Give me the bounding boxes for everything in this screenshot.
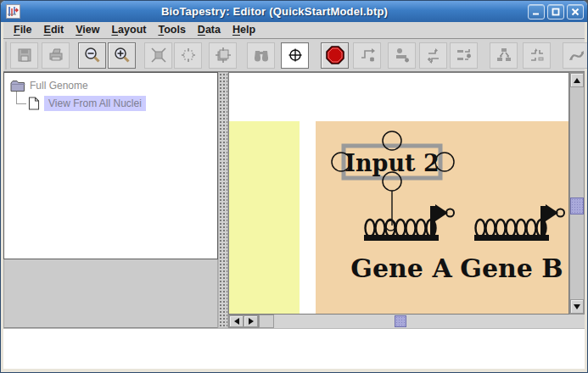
menu-view[interactable]: View	[71, 23, 107, 37]
menu-help[interactable]: Help	[228, 23, 263, 37]
minimize-button[interactable]	[528, 4, 545, 19]
pull-arrows-icon	[529, 47, 546, 64]
crosshair-icon	[287, 47, 304, 64]
add-network-module-button[interactable]	[450, 42, 478, 69]
center-on-crosshair-button[interactable]	[281, 42, 309, 69]
vertical-scroll-thumb[interactable]	[570, 198, 584, 214]
zoom-in-button[interactable]	[108, 42, 136, 69]
scroll-up-button[interactable]	[570, 73, 584, 87]
menu-bar: File Edit View Layout Tools Data Help	[3, 22, 585, 39]
model-tree: Full Genome View From All Nuclei	[3, 72, 218, 259]
binoculars-icon	[252, 47, 271, 64]
expand-arrows-icon	[180, 47, 197, 64]
node-asterisk-icon	[394, 47, 411, 64]
network-drawing: Input 2	[229, 73, 569, 315]
network-viewport[interactable]: Input 2	[228, 72, 569, 315]
maximize-button[interactable]	[547, 4, 564, 19]
menu-data[interactable]: Data	[193, 23, 228, 37]
tree-item-label: Full Genome	[30, 80, 88, 92]
vertical-scrollbar[interactable]	[569, 72, 585, 315]
stop-button[interactable]	[321, 42, 349, 69]
horizontal-scrollbar[interactable]	[228, 315, 259, 328]
scroll-down-button[interactable]	[570, 299, 584, 314]
tree-arrows-icon	[496, 47, 512, 64]
close-button[interactable]	[567, 4, 584, 19]
menu-layout[interactable]: Layout	[107, 23, 154, 37]
save-button[interactable]	[10, 42, 38, 69]
propagate-down-button[interactable]	[490, 42, 518, 69]
window-title: BioTapestry: Editor (QuickStartModel.btp…	[24, 5, 525, 18]
menu-tools[interactable]: Tools	[154, 23, 193, 37]
folder-icon	[10, 80, 25, 92]
tree-item-view-from-all-nuclei[interactable]: View From All Nuclei	[28, 95, 146, 112]
network-canvas-area: Input 2	[228, 72, 585, 328]
app-window: BioTapestry: Editor (QuickStartModel.btp…	[0, 0, 588, 373]
panel-splitter[interactable]	[218, 72, 228, 328]
zoom-to-current-model-button[interactable]	[144, 42, 172, 69]
draw-custom-link-button[interactable]	[563, 42, 588, 69]
shrink-arrows-icon	[150, 47, 167, 64]
printer-icon	[48, 47, 64, 64]
tree-item-full-genome[interactable]: Full Genome	[10, 77, 88, 94]
zoom-to-current-selection-button[interactable]	[209, 42, 237, 69]
document-icon	[28, 97, 40, 110]
main-content: Full Genome View From All Nuclei	[3, 72, 585, 328]
left-arrow-icon	[234, 318, 239, 325]
bent-arrow-asterisk-icon	[359, 47, 376, 64]
model-tree-panel: Full Genome View From All Nuclei	[3, 72, 218, 328]
tree-panel-lower-area	[3, 259, 218, 328]
toolbar	[3, 39, 585, 72]
scroll-left-button[interactable]	[229, 315, 244, 327]
title-bar[interactable]: BioTapestry: Editor (QuickStartModel.btp…	[1, 1, 587, 22]
window-body: File Edit View Layout Tools Data Help	[1, 22, 587, 372]
input2-label: Input 2	[344, 150, 439, 176]
pull-into-submodel-button[interactable]	[523, 42, 551, 69]
add-link-button[interactable]	[353, 42, 381, 69]
bottom-empty-area	[3, 328, 585, 369]
add-gene-button[interactable]	[419, 42, 447, 69]
biotapestry-app-icon	[6, 4, 20, 19]
stop-sign-icon	[325, 45, 345, 65]
print-button[interactable]	[42, 42, 70, 69]
zoom-in-icon	[113, 46, 132, 64]
menu-edit[interactable]: Edit	[40, 23, 72, 37]
right-arrow-icon	[249, 318, 254, 325]
add-node-button[interactable]	[388, 42, 416, 69]
scrollbar-corner	[259, 315, 274, 328]
zoom-out-icon	[83, 46, 102, 64]
scroll-right-button[interactable]	[244, 315, 258, 327]
layered-pages-icon	[215, 47, 232, 64]
squiggle-arrow-icon	[568, 47, 586, 64]
up-arrow-icon	[574, 78, 580, 83]
zoom-out-button[interactable]	[78, 42, 106, 69]
down-arrow-icon	[574, 304, 580, 309]
module-bars-asterisk-icon	[456, 47, 473, 64]
geneB-label: Gene B	[460, 253, 563, 283]
horizontal-scroll-thumb[interactable]	[395, 315, 406, 327]
vertical-scroll-track[interactable]	[570, 87, 584, 299]
zoom-to-all-models-button[interactable]	[174, 42, 202, 69]
menu-file[interactable]: File	[9, 23, 40, 37]
floppy-icon	[16, 47, 33, 64]
toolbar-drag-handle[interactable]	[5, 42, 7, 70]
gene-arrows-asterisk-icon	[425, 47, 442, 64]
geneA-label: Gene A	[350, 253, 452, 283]
tree-item-label-selected: View From All Nuclei	[44, 96, 146, 111]
search-button[interactable]	[247, 42, 275, 69]
yellow-region[interactable]	[229, 121, 300, 315]
